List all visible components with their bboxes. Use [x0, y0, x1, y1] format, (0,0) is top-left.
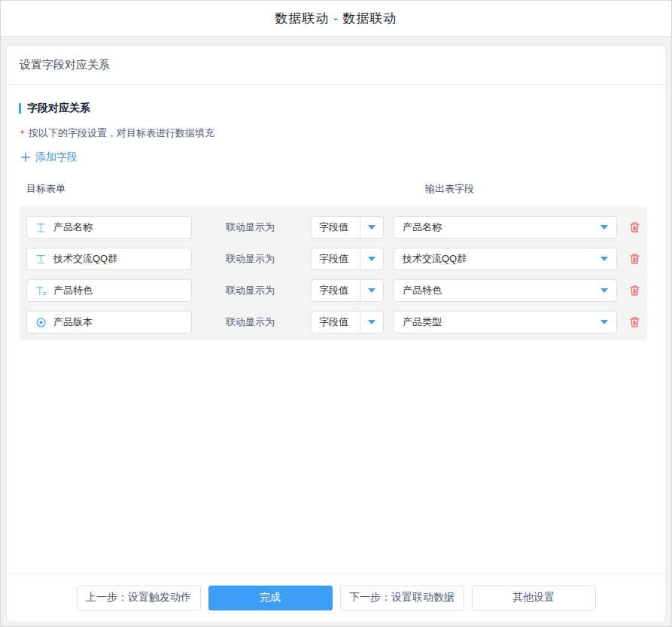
link-display-label: 联动显示为 [226, 315, 275, 329]
section-title: 字段对应关系 [19, 102, 653, 115]
chevron-down-icon [601, 288, 608, 293]
footer-actions: 上一步：设置触发动作 完成 下一步：设置联动数据 其他设置 [7, 573, 665, 622]
field-mapping-list: 产品名称 联动显示为 字段值 产品名称 [19, 206, 647, 340]
delete-row-button[interactable] [628, 221, 641, 234]
chevron-down-icon [368, 225, 376, 230]
field-mapping-row: 产品名称 联动显示为 字段值 产品名称 [26, 216, 647, 239]
output-field-select[interactable]: 产品类型 [393, 311, 617, 333]
add-field-label: 添加字段 [35, 151, 78, 164]
note-text: 按以下的字段设置，对目标表进行数据填充 [29, 126, 214, 140]
section-title-text: 字段对应关系 [27, 102, 90, 115]
target-field-input[interactable]: 产品特色 [26, 279, 192, 302]
output-field-value: 产品特色 [394, 284, 592, 297]
page-title: 数据联动 - 数据联动 [275, 10, 397, 27]
card-header-title: 设置字段对应关系 [20, 58, 110, 72]
plus-icon [20, 152, 31, 163]
output-field-value: 技术交流QQ群 [394, 252, 592, 266]
column-target-form: 目标表单 [26, 182, 65, 196]
other-settings-button[interactable]: 其他设置 [472, 586, 596, 610]
chevron-down-icon [368, 257, 376, 261]
link-display-label: 联动显示为 [226, 284, 275, 297]
target-field-name: 产品特色 [53, 284, 93, 297]
columns-header: 目标表单 输出表字段 [19, 182, 647, 197]
display-mode-value: 字段值 [312, 284, 360, 297]
output-field-value: 产品名称 [394, 221, 592, 234]
field-mapping-row: 技术交流QQ群 联动显示为 字段值 技术交流QQ群 [26, 248, 647, 270]
link-display-label: 联动显示为 [226, 252, 275, 266]
target-field-name: 技术交流QQ群 [53, 252, 117, 266]
card-body: 字段对应关系 * 按以下的字段设置，对目标表进行数据填充 添加字段 目标表单 输… [7, 85, 665, 573]
display-mode-value: 字段值 [312, 221, 360, 234]
required-note: * 按以下的字段设置，对目标表进行数据填充 [20, 126, 653, 140]
target-field-input[interactable]: 产品名称 [26, 216, 192, 239]
delete-row-button[interactable] [628, 284, 641, 297]
trash-icon [628, 315, 641, 329]
target-field-input[interactable]: 技术交流QQ群 [26, 248, 192, 270]
column-output-field: 输出表字段 [425, 182, 474, 196]
trash-icon [628, 284, 641, 297]
display-mode-select[interactable]: 字段值 [311, 311, 384, 333]
delete-row-button[interactable] [628, 252, 641, 266]
next-step-button[interactable]: 下一步：设置联动数据 [340, 586, 464, 610]
chevron-down-icon [601, 257, 608, 261]
finish-button[interactable]: 完成 [208, 586, 333, 610]
chevron-down-icon [601, 320, 608, 324]
prev-step-button[interactable]: 上一步：设置触发动作 [77, 586, 201, 610]
display-mode-value: 字段值 [312, 315, 360, 329]
chevron-down-icon [368, 320, 376, 324]
target-field-input[interactable]: 产品版本 [26, 311, 192, 333]
display-mode-select[interactable]: 字段值 [311, 279, 384, 302]
text-input-icon [35, 253, 47, 265]
display-mode-select[interactable]: 字段值 [311, 216, 384, 239]
output-field-select[interactable]: 技术交流QQ群 [393, 248, 617, 270]
required-asterisk: * [20, 128, 24, 139]
add-field-button[interactable]: 添加字段 [20, 151, 78, 164]
target-field-name: 产品版本 [53, 315, 93, 329]
settings-card: 设置字段对应关系 字段对应关系 * 按以下的字段设置，对目标表进行数据填充 添加… [7, 46, 665, 622]
section-accent-bar [19, 103, 21, 114]
target-field-name: 产品名称 [53, 221, 93, 234]
window-title-bar: 数据联动 - 数据联动 [1, 1, 671, 37]
output-field-select[interactable]: 产品名称 [393, 216, 617, 239]
field-mapping-row: 产品特色 联动显示为 字段值 产品特色 [26, 279, 647, 302]
chevron-down-icon [601, 225, 608, 230]
field-mapping-row: 产品版本 联动显示为 字段值 产品类型 [26, 311, 647, 333]
display-mode-value: 字段值 [312, 252, 360, 266]
trash-icon [628, 221, 641, 234]
textarea-icon [35, 285, 47, 297]
display-mode-select[interactable]: 字段值 [311, 248, 384, 270]
card-header: 设置字段对应关系 [7, 46, 665, 85]
trash-icon [628, 252, 641, 266]
chevron-down-icon [368, 288, 376, 293]
output-field-select[interactable]: 产品特色 [393, 279, 617, 302]
text-input-icon [35, 221, 47, 233]
link-display-label: 联动显示为 [226, 221, 275, 234]
delete-row-button[interactable] [628, 315, 641, 329]
radio-icon [35, 316, 47, 328]
output-field-value: 产品类型 [394, 315, 592, 329]
